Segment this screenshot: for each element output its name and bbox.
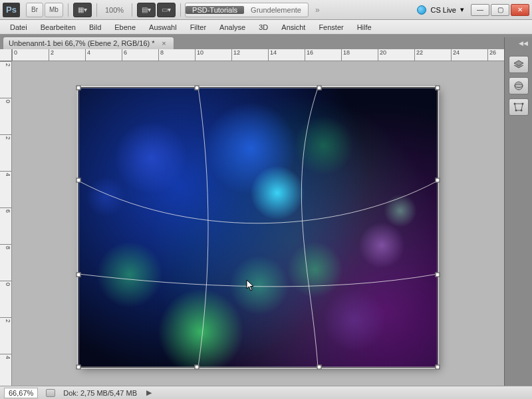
toolbar-btn-br[interactable]: Br bbox=[26, 3, 43, 17]
document-tab[interactable]: Unbenannt-1 bei 66,7% (Ebene 2, RGB/16) … bbox=[3, 37, 174, 49]
warp-handle[interactable] bbox=[436, 365, 440, 370]
ruler-tick: 6 bbox=[0, 207, 11, 244]
menu-3d[interactable]: 3D bbox=[253, 22, 274, 33]
menu-hilfe[interactable]: Hilfe bbox=[351, 22, 378, 33]
svg-point-5 bbox=[520, 110, 522, 112]
workspace-switcher[interactable]: PSD-Tutorials Grundelemente bbox=[185, 3, 309, 17]
menu-bar: Datei Bearbeiten Bild Ebene Auswahl Filt… bbox=[0, 20, 532, 35]
ruler-tick: 2 bbox=[0, 317, 11, 354]
ruler-tick: 2 bbox=[0, 61, 11, 98]
warp-handle[interactable] bbox=[436, 178, 440, 182]
ruler-tick: 8 bbox=[158, 49, 195, 61]
menu-ansicht[interactable]: Ansicht bbox=[275, 22, 311, 33]
ruler-tick: 22 bbox=[414, 49, 451, 61]
workspace-more-icon[interactable]: » bbox=[315, 5, 320, 15]
window-minimize-button[interactable]: — bbox=[471, 4, 489, 16]
panel-puppet-button[interactable] bbox=[509, 98, 529, 116]
canvas-image bbox=[78, 88, 438, 367]
menu-ebene[interactable]: Ebene bbox=[108, 22, 142, 33]
menu-bild[interactable]: Bild bbox=[83, 22, 107, 33]
toolbar-view-grid[interactable]: ▤▾ bbox=[137, 3, 156, 17]
toolbar-zoom-readout: 100% bbox=[105, 6, 124, 14]
warp-handle[interactable] bbox=[76, 178, 81, 182]
warp-handle[interactable] bbox=[436, 273, 440, 277]
status-doc-menu-icon[interactable]: ▶ bbox=[145, 389, 153, 397]
document-tab-title: Unbenannt-1 bei 66,7% (Ebene 2, RGB/16) … bbox=[9, 39, 155, 47]
status-zoom[interactable]: 66,67% bbox=[4, 388, 38, 398]
warp-handle[interactable] bbox=[195, 86, 200, 90]
warp-handle[interactable] bbox=[76, 86, 81, 90]
ruler-tick: 0 bbox=[12, 49, 49, 61]
workspace: 02468101214161820222426283032 2024680246… bbox=[0, 49, 504, 386]
svg-point-4 bbox=[521, 103, 523, 105]
ruler-tick: 0 bbox=[0, 281, 11, 317]
window-close-button[interactable]: ✕ bbox=[511, 4, 529, 16]
cs-live-button[interactable]: CS Live ▾ bbox=[417, 5, 464, 15]
warp-handle[interactable] bbox=[317, 365, 321, 370]
toolbar-separator bbox=[132, 3, 132, 17]
ruler-tick: 2 bbox=[0, 134, 11, 171]
ruler-tick: 0 bbox=[0, 98, 11, 134]
menu-datei[interactable]: Datei bbox=[4, 22, 33, 33]
ruler-tick: 18 bbox=[341, 49, 378, 61]
ruler-tick: 12 bbox=[231, 49, 268, 61]
ruler-tick: 4 bbox=[85, 49, 122, 61]
ruler-tick: 26 bbox=[487, 49, 504, 61]
sphere-icon bbox=[514, 81, 523, 90]
ruler-tick: 4 bbox=[0, 354, 11, 386]
workspace-option[interactable]: Grundelemente bbox=[244, 6, 308, 14]
toolbar-separator bbox=[96, 3, 97, 17]
warp-handle[interactable] bbox=[76, 365, 81, 370]
toolbar-screen-mode[interactable]: ▭▾ bbox=[157, 3, 176, 17]
menu-analyse[interactable]: Analyse bbox=[213, 22, 251, 33]
window-maximize-button[interactable]: ▢ bbox=[491, 4, 509, 16]
cs-live-label: CS Live bbox=[430, 6, 456, 14]
svg-point-6 bbox=[515, 110, 517, 112]
warp-handle[interactable] bbox=[317, 86, 321, 90]
panel-layers-button[interactable] bbox=[509, 56, 529, 73]
toolbar-separator bbox=[68, 3, 68, 17]
ruler-tick: 16 bbox=[305, 49, 341, 61]
toolbar-btn-mb[interactable]: Mb bbox=[45, 3, 63, 17]
ruler-tick: 2 bbox=[49, 49, 85, 61]
warp-handle[interactable] bbox=[76, 273, 81, 277]
ruler-tick: 4 bbox=[0, 171, 11, 207]
panel-dock: ◀◀ bbox=[504, 37, 532, 386]
cursor-icon bbox=[246, 279, 255, 291]
ruler-tick: 6 bbox=[122, 49, 158, 61]
document-canvas[interactable] bbox=[78, 88, 438, 367]
ruler-tick: 24 bbox=[451, 49, 487, 61]
chevron-down-icon: ▾ bbox=[460, 5, 464, 14]
ruler-tick: 8 bbox=[0, 244, 11, 281]
status-preview-icon[interactable] bbox=[46, 389, 55, 397]
ruler-tick: 10 bbox=[195, 49, 231, 61]
panel-dock-collapse-icon[interactable]: ◀◀ bbox=[519, 40, 528, 47]
workspace-active[interactable]: PSD-Tutorials bbox=[186, 6, 244, 14]
canvas-area[interactable] bbox=[12, 61, 504, 386]
menu-filter[interactable]: Filter bbox=[184, 22, 212, 33]
ruler-origin[interactable] bbox=[0, 49, 12, 61]
ruler-horizontal[interactable]: 02468101214161820222426283032 bbox=[12, 49, 504, 61]
ruler-tick: 20 bbox=[378, 49, 414, 61]
menu-bearbeiten[interactable]: Bearbeiten bbox=[35, 22, 82, 33]
cs-live-icon bbox=[417, 5, 426, 15]
ruler-vertical[interactable]: 2024680246802 bbox=[0, 61, 12, 386]
layers-icon bbox=[513, 60, 524, 69]
menu-auswahl[interactable]: Auswahl bbox=[143, 22, 183, 33]
toolbar-arrange-docs[interactable]: ▦▾ bbox=[73, 3, 92, 17]
toolbar-separator bbox=[180, 3, 181, 17]
app-titlebar: Ps Br Mb ▦▾ 100% ▤▾ ▭▾ PSD-Tutorials Gru… bbox=[0, 0, 532, 20]
app-logo: Ps bbox=[3, 3, 20, 17]
status-doc-size: Dok: 2,75 MB/5,47 MB bbox=[63, 389, 137, 397]
document-tab-bar: Unbenannt-1 bei 66,7% (Ebene 2, RGB/16) … bbox=[0, 35, 532, 49]
svg-point-3 bbox=[513, 103, 515, 105]
svg-point-1 bbox=[515, 82, 523, 90]
warp-handle[interactable] bbox=[436, 86, 440, 90]
menu-fenster[interactable]: Fenster bbox=[313, 22, 349, 33]
window-controls: — ▢ ✕ bbox=[471, 4, 529, 16]
status-bar: 66,67% Dok: 2,75 MB/5,47 MB ▶ bbox=[0, 386, 532, 399]
document-tab-close-icon[interactable]: × bbox=[160, 39, 168, 47]
warp-handle[interactable] bbox=[195, 365, 200, 370]
ruler-tick: 14 bbox=[268, 49, 305, 61]
panel-3d-button[interactable] bbox=[509, 77, 529, 94]
